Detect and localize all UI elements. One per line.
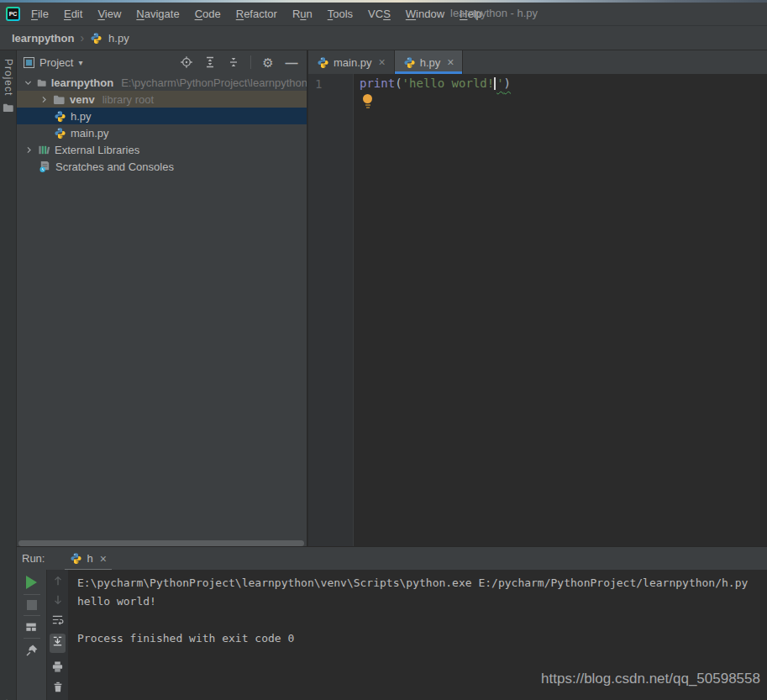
menu-file[interactable]: File [24,8,56,20]
window-title: learnpython - h.py [450,7,538,19]
menu-vcs[interactable]: VCS [360,8,398,20]
chevron-right-icon[interactable] [39,95,49,104]
code-editor[interactable]: 1 print('hello world!') [308,74,767,546]
tree-item-main-py[interactable]: main.py [17,124,307,141]
restore-layout-icon[interactable] [25,621,38,633]
watermark: https://blog.csdn.net/qq_50598558 [541,671,760,687]
expand-all-icon[interactable] [203,55,217,69]
project-view-icon [24,57,34,68]
close-tab-icon[interactable]: × [100,552,107,566]
run-panel-header: Run: h × [17,546,767,570]
project-panel: Project ▾ [17,50,307,546]
folder-icon [3,102,14,113]
scratches-icon [39,161,51,173]
libraries-icon [38,144,50,156]
run-tab-h[interactable]: h × [65,547,111,571]
left-tool-stripe: Project Structure [0,50,17,700]
down-stack-trace-icon[interactable] [52,594,64,606]
menu-window[interactable]: Window [398,8,452,20]
console-line: E:\pycharm\PythonProject\learnpython\ven… [77,574,767,592]
console-line: Process finished with exit code 0 [77,629,767,648]
print-icon[interactable] [51,661,64,673]
menu-edit[interactable]: Edit [56,8,90,20]
up-stack-trace-icon[interactable] [52,575,64,587]
chevron-down-icon[interactable] [24,78,33,87]
scroll-to-end-icon[interactable] [50,634,66,653]
console-line [77,611,767,629]
editor-tab-bar: main.py × h.py × [308,50,767,74]
tree-item-external-libraries[interactable]: External Libraries [17,141,307,158]
python-file-icon [90,32,102,45]
python-file-icon [70,552,82,565]
pycharm-logo-icon: PC [6,7,20,21]
tab-h-py[interactable]: h.py × [395,50,464,74]
menu-view[interactable]: View [90,8,129,20]
horizontal-scrollbar[interactable] [18,540,304,546]
console-line: hello world! [77,592,767,611]
folder-icon [37,76,47,89]
close-tab-icon[interactable]: × [447,55,454,69]
menu-bar: FileEditViewNavigateCodeRefactorRunTools… [24,3,490,25]
python-file-icon [54,110,66,123]
toolbar-separator [24,594,40,595]
pycharm-window: PC FileEditViewNavigateCodeRefactorRunTo… [0,0,767,700]
project-tree: learnpython E:\pycharm\PythonProject\lea… [17,74,307,175]
menu-code[interactable]: Code [187,8,229,20]
toolbar-separator [250,55,251,69]
rerun-play-icon[interactable] [26,576,37,589]
breadcrumb: learnpython › h.py [0,25,767,50]
python-file-icon [317,56,329,69]
tab-main-py[interactable]: main.py × [308,50,395,74]
tree-item-h-py[interactable]: h.py [17,108,307,124]
soft-wrap-icon[interactable] [51,613,64,626]
chevron-down-icon[interactable]: ▾ [78,58,82,67]
tree-item-scratches[interactable]: Scratches and Consoles [17,158,307,175]
locate-file-icon[interactable] [180,55,193,69]
collapse-all-icon[interactable] [227,55,240,69]
tree-item-venv[interactable]: venv library root [17,91,307,108]
title-bar: PC FileEditViewNavigateCodeRefactorRunTo… [0,0,767,25]
toolbar-separator [24,615,40,616]
toolbar-separator [24,638,40,639]
code-line[interactable]: print('hello world!') [355,74,767,90]
settings-gear-icon[interactable]: ⚙ [261,55,275,69]
project-panel-title[interactable]: Project [39,56,73,69]
chevron-right-icon[interactable] [24,145,34,155]
close-tab-icon[interactable]: × [379,55,386,69]
python-file-icon [403,56,416,69]
tool-window-button-project[interactable]: Project [0,59,17,113]
editor-gutter: 1 [308,74,354,546]
breadcrumb-project[interactable]: learnpython [12,32,74,45]
python-file-icon [54,127,66,139]
menu-refactor[interactable]: Refactor [229,8,285,20]
folder-icon [53,93,66,106]
intention-bulb-icon[interactable] [363,94,373,108]
hide-panel-icon[interactable]: — [285,55,298,69]
pin-icon[interactable] [25,644,39,657]
menu-tools[interactable]: Tools [320,8,360,20]
tree-item-learnpython[interactable]: learnpython E:\pycharm\PythonProject\lea… [17,74,307,91]
chevron-right-icon: › [80,31,84,45]
menu-navigate[interactable]: Navigate [129,8,186,20]
run-label: Run: [22,552,45,565]
project-panel-header: Project ▾ [17,50,307,74]
menu-run[interactable]: Run [285,8,320,20]
trash-icon[interactable] [52,681,64,693]
editor-area: main.py × h.py × 1 print('hello world!') [308,50,767,546]
text-cursor [494,77,496,90]
console-toolbar [47,570,69,700]
line-number: 1 [315,77,322,91]
stop-icon[interactable] [27,600,37,610]
breadcrumb-file[interactable]: h.py [108,32,129,45]
run-toolbar [17,570,47,700]
